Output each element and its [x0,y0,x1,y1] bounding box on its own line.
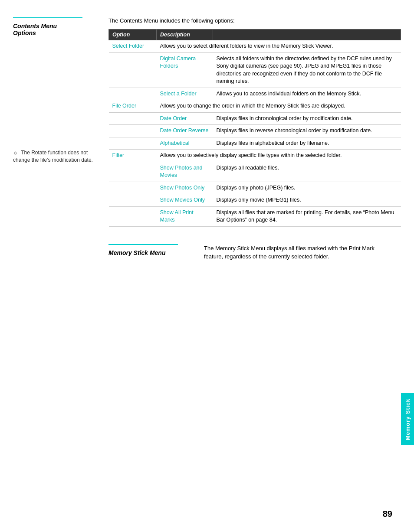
memory-stick-section: Memory Stick Menu The Memory Stick Menu … [108,244,401,261]
suboption-show-all-print-desc: Displays all files that are marked for p… [213,206,401,226]
suboption-show-photos-movies: Show Photos and Movies [157,162,213,182]
table-row: Alphabetical Displays files in alphabeti… [109,137,401,150]
suboption-date-order-reverse-desc: Displays files in reverse chronological … [213,125,401,137]
table-row: Digital Camera Folders Selects all folde… [109,52,401,88]
table-row: Show Photos and Movies Displays all read… [109,162,401,182]
suboption-show-movies-only: Show Movies Only [157,194,213,207]
suboption-show-photos-movies-desc: Displays all readable files. [213,162,401,182]
col-header-suboption: Description [157,29,213,40]
tip-box: ☼ The Rotate function does not change th… [13,149,100,164]
tip-icon: ☼ [13,149,18,157]
option-select-folder-desc: Allows you to select different folders t… [157,40,401,53]
contents-menu-rule [13,17,82,18]
table-row: Date Order Reverse Displays files in rev… [109,125,401,137]
suboption-digital-camera: Digital Camera Folders [157,52,213,88]
memory-stick-tab: Memory Stick [401,393,414,445]
table-row: Show Movies Only Displays only movie (MP… [109,194,401,207]
table-row: Select a Folder Allows you to access ind… [109,88,401,100]
memory-stick-menu-desc: The Memory Stick Menu displays all files… [204,244,401,261]
suboption-show-all-print: Show All Print Marks [157,206,213,226]
suboption-digital-camera-desc: Selects all folders within the directori… [213,52,401,88]
option-filter-desc: Allows you to selectively display specif… [157,150,401,162]
table-row: Show Photos Only Displays only photo (JP… [109,182,401,194]
col-header-desc [213,29,401,40]
suboption-show-photos-only-desc: Displays only photo (JPEG) files. [213,182,401,194]
table-row: Show All Print Marks Displays all files … [109,206,401,226]
suboption-date-order-desc: Displays files in chronological order by… [213,112,401,125]
suboption-date-order-reverse: Date Order Reverse [157,125,213,137]
suboption-show-movies-only-desc: Displays only movie (MPEG1) files. [213,194,401,207]
table-row: Filter Allows you to selectively display… [109,150,401,162]
memory-menu-rule [108,244,178,245]
suboption-alphabetical-desc: Displays files in alphabetical order by … [213,137,401,150]
col-header-option: Option [109,29,157,40]
suboption-alphabetical: Alphabetical [157,137,213,150]
suboption-select-a-folder: Select a Folder [157,88,213,100]
contents-menu-title: Contents Menu Options [13,23,100,36]
option-filter: Filter [109,150,157,162]
table-row: File Order Allows you to change the orde… [109,100,401,113]
table-row: Date Order Displays files in chronologic… [109,112,401,125]
option-file-order: File Order [109,100,157,113]
table-row: Select Folder Allows you to select diffe… [109,40,401,53]
intro-text: The Contents Menu includes the following… [108,17,401,24]
suboption-select-a-folder-desc: Allows you to access individual folders … [213,88,401,100]
tab-label: Memory Stick [404,398,411,441]
suboption-date-order: Date Order [157,112,213,125]
contents-table: Option Description Select Folder Allows … [108,29,401,227]
page-number: 89 [383,509,392,519]
option-select-folder: Select Folder [109,40,157,53]
suboption-show-photos-only: Show Photos Only [157,182,213,194]
option-file-order-desc: Allows you to change the order in which … [157,100,401,113]
memory-stick-menu-title: Memory Stick Menu [108,249,204,256]
